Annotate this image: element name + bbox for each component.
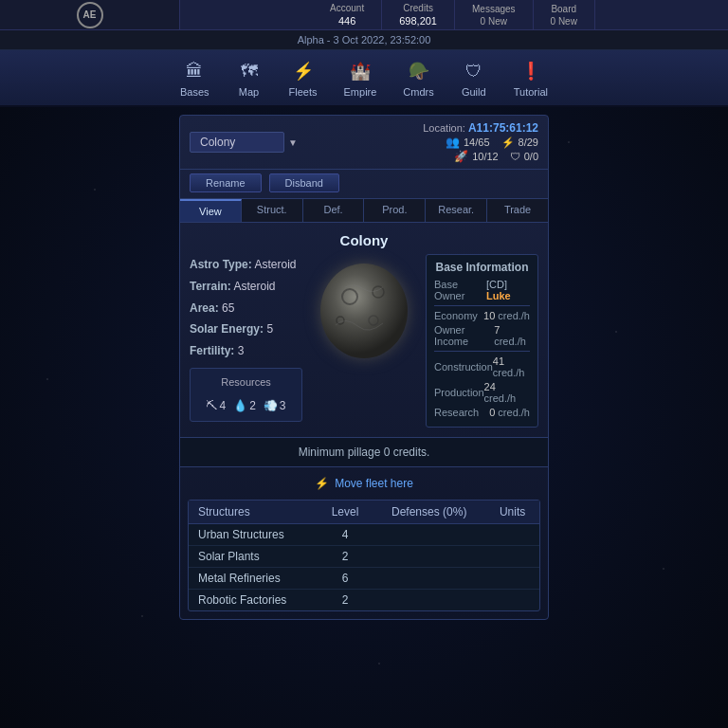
resource-gas: 💨 3 xyxy=(264,395,286,417)
empire-icon: 🏰 xyxy=(347,58,373,84)
cmdrs-icon: 🪖 xyxy=(406,58,432,84)
nav-fleets[interactable]: ⚡ Fleets xyxy=(276,54,331,101)
colony-stats-right: Location: A11:75:61:12 👥 14/65 ⚡ 8/29 🚀 … xyxy=(423,121,538,163)
move-fleet-icon: ⚡ xyxy=(315,477,329,490)
info-section: Astro Type: Asteroid Terrain: Asteroid A… xyxy=(180,254,548,437)
colony-title: Colony xyxy=(180,223,548,254)
owner-row: Base Owner [CD] Luke xyxy=(434,279,530,301)
pillage-section: Minimum pillage 0 credits. xyxy=(180,437,548,467)
nav-cmdrs[interactable]: 🪖 Cmdrs xyxy=(390,54,446,101)
base-info-box: Base Information Base Owner [CD] Luke Ec… xyxy=(426,254,538,428)
map-icon: 🗺 xyxy=(236,58,263,84)
rename-button[interactable]: Rename xyxy=(190,173,262,192)
structures-table: Structures Level Defenses (0%) Units Urb… xyxy=(189,500,539,610)
account-stat: Account 446 xyxy=(313,0,382,29)
base-info-title: Base Information xyxy=(434,261,530,274)
fleets-icon: ⚡ xyxy=(290,58,317,84)
area-row: Area: 65 xyxy=(190,298,302,319)
resources-row: ⛏ 4 💧 2 💨 3 xyxy=(200,395,292,417)
divider1 xyxy=(434,305,530,306)
disband-button[interactable]: Disband xyxy=(269,173,339,192)
tab-prod[interactable]: Prod. xyxy=(364,199,426,222)
col-defenses: Defenses (0%) xyxy=(373,500,485,524)
board-stat: Board 0 New xyxy=(534,0,595,29)
nav-empire[interactable]: 🏰 Empire xyxy=(331,54,391,101)
tab-def[interactable]: Def. xyxy=(303,199,365,222)
solar-row: Solar Energy: 5 xyxy=(190,318,302,340)
colony-actions: Rename Disband xyxy=(180,170,548,199)
population-stat: 👥 14/65 ⚡ 8/29 xyxy=(446,136,538,149)
logo-area: AE xyxy=(0,0,180,29)
move-fleet-section: ⚡ Move fleet here xyxy=(180,467,548,500)
credits-stat: Credits 698,201 xyxy=(382,0,455,29)
fleet-icon: 🚀 xyxy=(454,150,468,163)
date-bar: Alpha - 3 Oct 2022, 23:52:00 xyxy=(0,30,728,50)
research-row: Research 0 cred./h xyxy=(434,407,530,418)
astro-info: Astro Type: Asteroid Terrain: Asteroid A… xyxy=(190,254,302,428)
colony-header: Colony ▼ Location: A11:75:61:12 👥 14/65 … xyxy=(180,116,548,170)
metal-icon: ⛏ xyxy=(206,395,217,417)
water-icon: 💧 xyxy=(233,395,247,417)
table-row: Robotic Factories 2 xyxy=(189,590,539,611)
location-label: Location: A11:75:61:12 xyxy=(423,121,538,135)
structures-tbody: Urban Structures 4 Solar Plants 2 Metal … xyxy=(189,524,539,611)
logo-icon: AE xyxy=(77,2,103,28)
nav-bases[interactable]: 🏛 Bases xyxy=(167,54,223,101)
svg-point-0 xyxy=(320,264,408,358)
guild-icon: 🛡 xyxy=(461,58,487,84)
resource-water: 💧 2 xyxy=(233,395,256,417)
divider2 xyxy=(434,351,530,352)
tutorial-icon: ❗ xyxy=(518,58,544,84)
tab-resear[interactable]: Resear. xyxy=(426,199,487,222)
tab-trade[interactable]: Trade xyxy=(487,199,548,222)
tab-view[interactable]: View xyxy=(180,199,242,222)
structures-panel: Structures Level Defenses (0%) Units Urb… xyxy=(188,500,540,611)
top-bar: AE Account 446 Credits 698,201 Messages … xyxy=(0,0,728,30)
asteroid-image xyxy=(312,254,416,368)
fertility-row: Fertility: 3 xyxy=(190,340,302,362)
table-row: Solar Plants 2 xyxy=(189,546,539,568)
production-row: Production 24 cred./h xyxy=(434,381,530,404)
astro-type-row: Astro Type: Asteroid xyxy=(190,254,302,276)
resource-metal: ⛏ 4 xyxy=(206,395,226,417)
table-row: Metal Refineries 6 xyxy=(189,568,539,590)
colony-name-display[interactable]: Colony xyxy=(190,132,284,153)
messages-stat: Messages 0 New xyxy=(455,0,534,29)
terrain-row: Terrain: Asteroid xyxy=(190,276,302,298)
main-panel: Colony ▼ Location: A11:75:61:12 👥 14/65 … xyxy=(179,115,549,620)
population-icon: 👥 xyxy=(446,136,460,149)
nav-map[interactable]: 🗺 Map xyxy=(223,54,276,101)
economy-row: Economy 10 cred./h xyxy=(434,310,530,321)
resources-title: Resources xyxy=(200,373,292,392)
col-level: Level xyxy=(318,500,373,524)
bases-icon: 🏛 xyxy=(181,58,208,84)
table-header-row: Structures Level Defenses (0%) Units xyxy=(189,500,539,524)
tab-struct[interactable]: Struct. xyxy=(242,199,303,222)
resources-box: Resources ⛏ 4 💧 2 💨 3 xyxy=(190,368,302,422)
col-structures: Structures xyxy=(189,500,318,524)
move-fleet-button[interactable]: ⚡ Move fleet here xyxy=(315,477,413,490)
construction-row: Construction 41 cred./h xyxy=(434,355,530,378)
top-stats: Account 446 Credits 698,201 Messages 0 N… xyxy=(180,0,728,29)
fleet-stat: 🚀 10/12 🛡 0/0 xyxy=(454,150,538,163)
base-info: Base Information Base Owner [CD] Luke Ec… xyxy=(426,254,538,428)
table-row: Urban Structures 4 xyxy=(189,524,539,546)
tab-bar: View Struct. Def. Prod. Resear. Trade xyxy=(180,199,548,223)
nav-guild[interactable]: 🛡 Guild xyxy=(447,54,500,101)
owner-income-row: Owner Income 7 cred./h xyxy=(434,324,530,347)
gas-icon: 💨 xyxy=(264,395,278,417)
col-units: Units xyxy=(485,500,539,524)
nav-tutorial[interactable]: ❗ Tutorial xyxy=(500,54,561,101)
nav-bar: 🏛 Bases 🗺 Map ⚡ Fleets 🏰 Empire 🪖 Cmdrs … xyxy=(0,50,728,107)
dropdown-arrow-icon[interactable]: ▼ xyxy=(288,137,298,148)
colony-select: Colony ▼ xyxy=(190,132,298,153)
